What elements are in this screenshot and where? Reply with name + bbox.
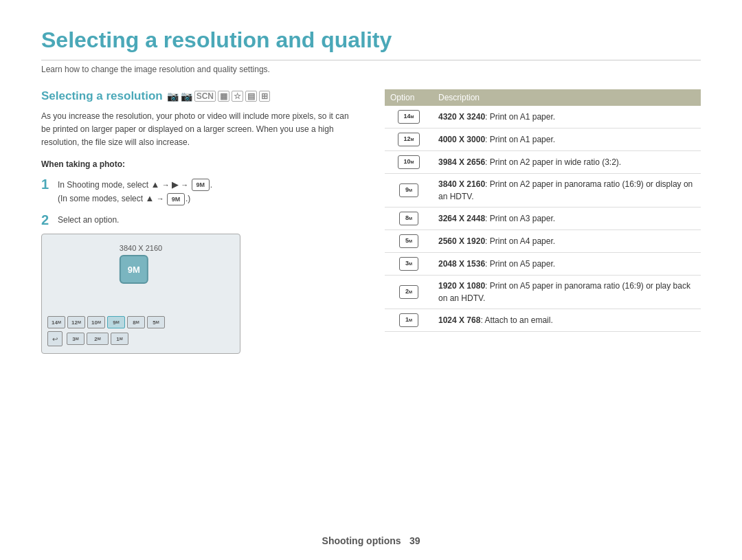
section-icons: 📷 📷 SCN ▦ ☆ ▤ ⊞ [167,91,270,102]
section-heading: Selecting a resolution 📷 📷 SCN ▦ ☆ ▤ ⊞ [41,89,357,103]
table-row: 3M2048 X 1536: Print on A5 paper. [385,253,701,276]
resolution-value: 1920 X 1080 [438,281,485,291]
step-1-note-badge: 9M [167,193,185,205]
section-description: As you increase the resolution, your pho… [41,110,357,150]
resolution-value: 4000 X 3000 [438,135,485,144]
table-cell-description: 2048 X 1536: Print on A5 paper. [433,253,701,276]
table-header-option: Option [385,89,433,106]
resolution-badge: 10M [398,155,420,169]
table-row: 1M1024 X 768: Attach to an email. [385,309,701,332]
preview-badge-row2: ↩ 3M 2M 1M [47,331,128,346]
resolution-badge: 9M [399,183,418,197]
table-cell-option: 5M [385,230,433,253]
resolution-badge: 3M [399,257,418,271]
left-column: Selecting a resolution 📷 📷 SCN ▦ ☆ ▤ ⊞ A… [41,89,357,354]
preview-resolution-label: 3840 X 2160 [120,244,162,252]
table-cell-option: 3M [385,253,433,276]
table-row: 14M4320 X 3240: Print on A1 paper. [385,106,701,128]
right-column: Option Description 14M4320 X 3240: Print… [385,89,701,354]
step-2-number: 2 [41,212,52,228]
resolution-value: 4320 X 3240 [438,112,485,122]
table-row: 2M1920 X 1080: Print on A5 paper in pano… [385,276,701,309]
resolution-value: 3264 X 2448 [438,214,485,223]
resolution-value: 3840 X 2160 [438,179,485,189]
mini-badge-5m[interactable]: 5M [147,316,165,328]
preview-badge-row1: 14M 12M 10M 9M 8M 5M [47,316,165,328]
page-title: Selecting a resolution and quality [41,27,701,60]
table-row: 5M2560 X 1920: Print on A4 paper. [385,230,701,253]
step-1: 1 In Shooting mode, select ▲ → ▶ → 9M. (… [41,176,357,207]
table-cell-description: 4000 X 3000: Print on A1 paper. [433,128,701,151]
preview-active-badge: 9M [120,255,148,284]
section-heading-text: Selecting a resolution [41,89,163,103]
table-cell-option: 10M [385,151,433,174]
camera-preview: 3840 X 2160 9M 14M 12M 10M 9M 8M 5M ↩ 3M… [41,234,240,354]
resolution-value: 1024 X 768 [438,315,480,325]
table-cell-option: 12M [385,128,433,151]
mini-badge-10m[interactable]: 10M [87,316,105,328]
step-2: 2 Select an option. [41,212,357,228]
mini-badge-12m[interactable]: 12M [67,316,85,328]
table-cell-option: 9M [385,174,433,208]
table-cell-option: 14M [385,106,433,128]
footer-page: 39 [409,535,420,546]
step-1-text: In Shooting mode, select ▲ → ▶ → 9M. (In… [58,176,212,207]
mini-badge-14m[interactable]: 14M [47,316,65,328]
mini-badge-8m[interactable]: 8M [127,316,145,328]
mini-badge-9m[interactable]: 9M [107,316,125,328]
table-cell-description: 2560 X 1920: Print on A4 paper. [433,230,701,253]
table-cell-description: 3264 X 2448: Print on A3 paper. [433,208,701,230]
table-cell-option: 2M [385,276,433,309]
step-2-text: Select an option. [58,212,119,227]
resolution-badge: 12M [398,133,420,146]
table-row: 9M3840 X 2160: Print on A2 paper in pano… [385,174,701,208]
mini-badge-1m[interactable]: 1M [111,333,128,345]
resolution-value: 2560 X 1920 [438,236,485,246]
resolution-badge: 14M [398,110,420,124]
resolution-table: Option Description 14M4320 X 3240: Print… [385,89,701,332]
table-cell-description: 3840 X 2160: Print on A2 paper in panora… [433,174,701,208]
table-cell-option: 1M [385,309,433,332]
step-1-number: 1 [41,176,52,192]
resolution-badge: 5M [399,234,418,248]
page-footer: Shooting options 39 [0,535,742,546]
mini-badge-2m[interactable]: 2M [87,333,109,345]
table-row: 12M4000 X 3000: Print on A1 paper. [385,128,701,151]
footer-text: Shooting options [322,535,401,546]
resolution-badge: 1M [399,313,418,327]
preview-top: 3840 X 2160 9M [120,244,162,284]
table-cell-description: 1024 X 768: Attach to an email. [433,309,701,332]
table-cell-description: 1920 X 1080: Print on A5 paper in panora… [433,276,701,309]
table-header-description: Description [433,89,701,106]
mini-badge-3m[interactable]: 3M [67,333,85,345]
table-cell-option: 8M [385,208,433,230]
resolution-value: 2048 X 1536 [438,259,485,269]
resolution-badge: 8M [399,212,418,225]
resolution-value: 3984 X 2656 [438,157,485,167]
table-row: 8M3264 X 2448: Print on A3 paper. [385,208,701,230]
when-taking-label: When taking a photo: [41,159,357,169]
resolution-badge: 2M [399,285,418,299]
back-button[interactable]: ↩ [47,331,63,346]
page-subtitle: Learn how to change the image resolution… [41,65,701,74]
table-cell-description: 3984 X 2656: Print on A2 paper in wide r… [433,151,701,174]
step-1-badge: 9M [192,179,210,191]
table-cell-description: 4320 X 3240: Print on A1 paper. [433,106,701,128]
table-row: 10M3984 X 2656: Print on A2 paper in wid… [385,151,701,174]
